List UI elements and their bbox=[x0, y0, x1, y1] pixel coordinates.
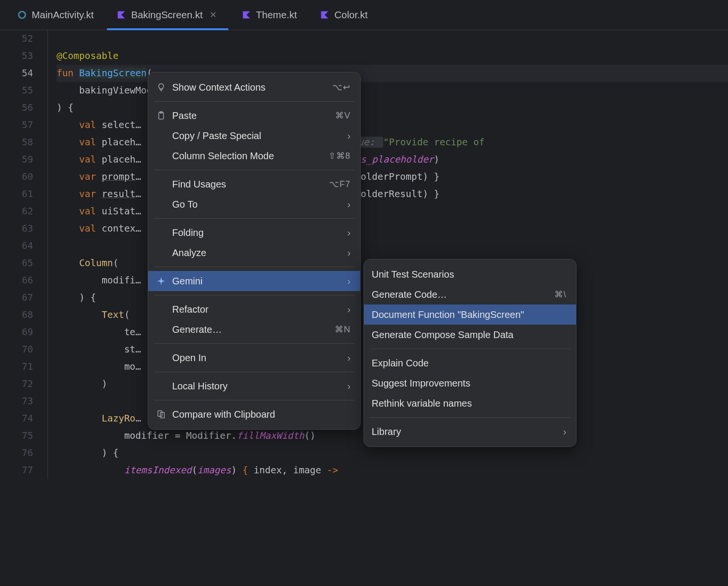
menu-item-library[interactable]: Library› bbox=[364, 422, 576, 442]
code-line[interactable] bbox=[57, 30, 728, 47]
tab-label: MainActivity.kt bbox=[32, 9, 94, 21]
bulb-icon bbox=[156, 82, 166, 93]
menu-item-refactor[interactable]: Refactor› bbox=[148, 299, 360, 319]
line-number: 76 bbox=[0, 445, 33, 462]
tab-mainactivity[interactable]: MainActivity.kt bbox=[8, 0, 103, 30]
menu-separator bbox=[154, 267, 354, 267]
menu-item-compare-with-clipboard[interactable]: Compare with Clipboard bbox=[148, 404, 360, 424]
menu-item-label: Generate Code… bbox=[372, 289, 549, 300]
close-icon[interactable]: ✕ bbox=[208, 9, 219, 21]
line-number: 63 bbox=[0, 220, 33, 237]
menu-item-label: Unit Test Scenarios bbox=[372, 269, 566, 280]
menu-item-copy-paste-special[interactable]: Copy / Paste Special› bbox=[148, 126, 360, 146]
menu-item-gemini[interactable]: Gemini› bbox=[148, 271, 360, 291]
menu-separator bbox=[370, 417, 570, 418]
line-number: 62 bbox=[0, 203, 33, 220]
menu-item-analyze[interactable]: Analyze› bbox=[148, 243, 360, 263]
menu-item-label: Document Function "BakingScreen" bbox=[372, 309, 566, 320]
menu-item-generate[interactable]: Generate…⌘N bbox=[148, 319, 360, 340]
chevron-right-icon: › bbox=[347, 276, 351, 287]
line-number: 65 bbox=[0, 255, 33, 272]
menu-item-label: Refactor bbox=[172, 304, 341, 315]
shortcut: ⌘V bbox=[335, 110, 351, 121]
menu-item-rethink-variable-names[interactable]: Rethink variable names bbox=[364, 393, 576, 413]
svg-rect-4 bbox=[160, 412, 164, 418]
menu-item-explain-code[interactable]: Explain Code bbox=[364, 353, 576, 373]
line-number: 53 bbox=[0, 47, 33, 65]
menu-item-paste[interactable]: Paste⌘V bbox=[148, 105, 360, 126]
menu-item-folding[interactable]: Folding› bbox=[148, 223, 360, 243]
menu-separator bbox=[154, 170, 354, 170]
tab-color[interactable]: Color.kt bbox=[310, 0, 377, 30]
svg-rect-3 bbox=[158, 411, 162, 417]
menu-item-label: Rethink variable names bbox=[372, 398, 566, 409]
menu-item-label: Generate… bbox=[172, 324, 329, 335]
line-number: 57 bbox=[0, 117, 33, 134]
tab-theme[interactable]: Theme.kt bbox=[232, 0, 306, 30]
code-line[interactable]: ) { bbox=[57, 445, 728, 462]
menu-separator bbox=[154, 343, 354, 344]
menu-item-label: Folding bbox=[172, 227, 341, 238]
line-number: 52 bbox=[0, 30, 33, 47]
menu-item-label: Gemini bbox=[172, 276, 341, 287]
menu-item-label: Local History bbox=[172, 381, 341, 392]
context-menu: Show Context Actions⌥↩Paste⌘VCopy / Past… bbox=[148, 72, 361, 430]
menu-item-label: Suggest Improvements bbox=[372, 378, 566, 389]
line-number: 64 bbox=[0, 237, 33, 255]
shortcut: ⌘\ bbox=[554, 289, 566, 300]
editor-tabs: MainActivity.kt BakingScreen.kt ✕ Theme.… bbox=[0, 0, 728, 30]
diff-icon bbox=[156, 409, 166, 420]
shortcut: ⇧⌘8 bbox=[329, 151, 351, 161]
code-line[interactable]: @Composable bbox=[57, 47, 728, 65]
chevron-right-icon: › bbox=[347, 199, 351, 210]
line-number: 70 bbox=[0, 341, 33, 358]
menu-item-document-function-bakingscreen[interactable]: Document Function "BakingScreen" bbox=[364, 305, 576, 325]
menu-item-local-history[interactable]: Local History› bbox=[148, 376, 360, 396]
chevron-right-icon: › bbox=[347, 381, 351, 392]
line-number: 67 bbox=[0, 289, 33, 306]
menu-item-unit-test-scenarios[interactable]: Unit Test Scenarios bbox=[364, 264, 576, 284]
kotlin-icon bbox=[117, 10, 126, 20]
gutter: 5253545556575859606162636465666768697071… bbox=[0, 30, 48, 479]
line-number: 77 bbox=[0, 462, 33, 479]
gemini-submenu: Unit Test ScenariosGenerate Code…⌘\Docum… bbox=[364, 259, 576, 447]
menu-item-label: Paste bbox=[172, 110, 329, 121]
menu-item-column-selection-mode[interactable]: Column Selection Mode⇧⌘8 bbox=[148, 146, 360, 166]
chevron-right-icon: › bbox=[563, 426, 566, 437]
tab-bakingscreen[interactable]: BakingScreen.kt ✕ bbox=[107, 0, 228, 30]
menu-separator bbox=[154, 400, 354, 400]
chevron-right-icon: › bbox=[347, 304, 351, 315]
line-number: 60 bbox=[0, 168, 33, 186]
line-number: 66 bbox=[0, 272, 33, 289]
menu-item-label: Compare with Clipboard bbox=[172, 409, 351, 420]
line-number: 73 bbox=[0, 393, 33, 410]
menu-item-label: Column Selection Mode bbox=[172, 151, 323, 162]
menu-item-label: Show Context Actions bbox=[172, 82, 327, 93]
menu-separator bbox=[154, 101, 354, 102]
tab-label: Theme.kt bbox=[256, 9, 297, 21]
menu-item-label: Open In bbox=[172, 352, 341, 363]
menu-item-go-to[interactable]: Go To› bbox=[148, 194, 360, 214]
line-number: 55 bbox=[0, 82, 33, 99]
menu-item-generate-code[interactable]: Generate Code…⌘\ bbox=[364, 284, 576, 305]
clipboard-icon bbox=[156, 110, 166, 121]
menu-item-label: Analyze bbox=[172, 247, 341, 258]
menu-item-label: Go To bbox=[172, 199, 341, 210]
line-number: 71 bbox=[0, 358, 33, 375]
code-line[interactable]: itemsIndexed(images) { index, image -> bbox=[57, 462, 728, 479]
line-number: 75 bbox=[0, 427, 33, 445]
menu-item-open-in[interactable]: Open In› bbox=[148, 348, 360, 368]
menu-item-suggest-improvements[interactable]: Suggest Improvements bbox=[364, 373, 576, 393]
menu-item-show-context-actions[interactable]: Show Context Actions⌥↩ bbox=[148, 77, 360, 97]
line-number: 68 bbox=[0, 306, 33, 324]
shortcut: ⌥F7 bbox=[329, 179, 351, 189]
line-number: 69 bbox=[0, 324, 33, 341]
kotlin-icon bbox=[242, 10, 251, 20]
line-number: 59 bbox=[0, 151, 33, 168]
menu-item-generate-compose-sample-data[interactable]: Generate Compose Sample Data bbox=[364, 325, 576, 345]
menu-separator bbox=[370, 349, 570, 349]
chevron-right-icon: › bbox=[347, 352, 351, 363]
shortcut: ⌘N bbox=[335, 324, 351, 335]
menu-item-find-usages[interactable]: Find Usages⌥F7 bbox=[148, 174, 360, 194]
line-number: 74 bbox=[0, 410, 33, 427]
